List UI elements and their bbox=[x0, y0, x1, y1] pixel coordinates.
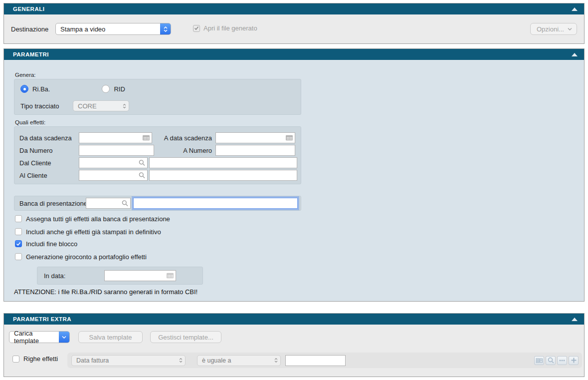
warning-text: ATTENZIONE: i file Ri.Ba./RID saranno ge… bbox=[14, 288, 197, 296]
gestisci-template-label: Gestisci template... bbox=[158, 334, 213, 341]
gestisci-template-button[interactable]: Gestisci template... bbox=[150, 331, 221, 343]
radio-rid-row[interactable]: RID bbox=[102, 85, 125, 93]
panel-title: GENERALI bbox=[13, 6, 44, 12]
stepper-icon bbox=[123, 101, 126, 111]
al-cliente-label: Al Cliente bbox=[19, 172, 79, 179]
generazione-giroconto-checkbox[interactable] bbox=[15, 253, 22, 260]
filter-field-select: Data fattura bbox=[71, 355, 186, 366]
calendar-icon[interactable] bbox=[143, 135, 150, 141]
chevron-down-icon bbox=[59, 332, 69, 343]
tipo-tracciato-select: CORE bbox=[73, 100, 129, 111]
rid-label: RID bbox=[114, 85, 125, 93]
stepper-icon bbox=[179, 356, 183, 366]
quali-effetti-group: Da data scadenza A data scadenza Da Nume… bbox=[14, 126, 301, 184]
tipo-tracciato-label: Tipo tracciato bbox=[20, 102, 73, 110]
dal-cliente-code-field[interactable] bbox=[79, 157, 148, 168]
righe-effetti-checkbox[interactable] bbox=[12, 356, 19, 363]
al-cliente-name-input[interactable] bbox=[149, 170, 297, 181]
dal-cliente-label: Dal Cliente bbox=[19, 159, 79, 167]
ellipsis-icon[interactable] bbox=[557, 356, 567, 365]
panel-parametri-header[interactable]: PARAMETRI bbox=[4, 49, 584, 60]
assegna-effetti-checkbox[interactable] bbox=[15, 215, 22, 222]
da-numero-label: Da Numero bbox=[19, 147, 79, 154]
add-icon[interactable] bbox=[569, 356, 579, 365]
da-numero-input[interactable] bbox=[79, 145, 154, 156]
banca-label: Banca di presentazione bbox=[19, 200, 86, 207]
carica-template-label: Carica template bbox=[14, 330, 56, 345]
righe-effetti-label: Righe effetti bbox=[23, 355, 58, 363]
filter-operator-select: è uguale a bbox=[197, 355, 281, 366]
opzioni-label: Opzioni... bbox=[537, 25, 564, 33]
da-data-scadenza-label: Da data scadenza bbox=[19, 134, 79, 142]
salva-template-button[interactable]: Salva template bbox=[78, 331, 143, 343]
banca-group: Banca di presentazione bbox=[14, 196, 301, 211]
rid-radio[interactable] bbox=[102, 85, 110, 93]
tipo-tracciato-value: CORE bbox=[78, 102, 97, 110]
in-data-field[interactable] bbox=[104, 270, 176, 281]
righe-effetti-checkbox-row[interactable]: Righe effetti bbox=[12, 355, 58, 363]
destinazione-value: Stampa a video bbox=[60, 25, 105, 33]
salva-template-label: Salva template bbox=[89, 334, 132, 341]
dal-cliente-name-input[interactable] bbox=[149, 157, 297, 168]
riba-radio[interactable] bbox=[20, 85, 28, 93]
stepper-icon bbox=[274, 356, 278, 366]
radio-riba-row[interactable]: Ri.Ba. bbox=[20, 85, 50, 93]
carica-template-select[interactable]: Carica template bbox=[9, 331, 70, 343]
panel-parametri-extra: PARAMETRI EXTRA Carica template Salva te… bbox=[3, 313, 585, 377]
apri-file-checkbox-row: Apri il file generato bbox=[193, 24, 257, 32]
collapse-icon[interactable] bbox=[572, 53, 578, 56]
includi-stampati-checkbox[interactable] bbox=[15, 228, 22, 235]
banca-name-input[interactable] bbox=[133, 198, 298, 209]
filter-field-value: Data fattura bbox=[76, 357, 109, 364]
search-icon[interactable] bbox=[139, 172, 145, 179]
banca-code-field[interactable] bbox=[86, 198, 131, 209]
includi-stampati-label: Includi anche gli effetti già stampati i… bbox=[26, 228, 161, 236]
panel-title: PARAMETRI EXTRA bbox=[13, 316, 71, 322]
a-data-scadenza-field[interactable] bbox=[215, 132, 295, 143]
panel-title: PARAMETRI bbox=[13, 51, 49, 57]
opzioni-button[interactable]: Opzioni... bbox=[530, 23, 577, 35]
panel-generali-header[interactable]: GENERALI bbox=[4, 3, 584, 14]
apri-file-checkbox bbox=[193, 25, 200, 32]
includi-fine-blocco-label: Includi fine blocco bbox=[26, 240, 77, 248]
filter-value-input[interactable] bbox=[285, 355, 346, 366]
search-icon[interactable] bbox=[139, 160, 145, 166]
in-data-group: In data: bbox=[37, 267, 203, 285]
riba-label: Ri.Ba. bbox=[32, 85, 50, 93]
columns-icon[interactable] bbox=[534, 356, 544, 365]
assegna-effetti-checkbox-row[interactable]: Assegna tutti gli effetti alla banca di … bbox=[15, 215, 170, 223]
includi-fine-blocco-checkbox[interactable] bbox=[15, 240, 22, 247]
apri-file-label: Apri il file generato bbox=[203, 24, 257, 32]
a-numero-label: A Numero bbox=[154, 147, 215, 154]
collapse-icon[interactable] bbox=[572, 318, 578, 321]
includi-stampati-checkbox-row[interactable]: Includi anche gli effetti già stampati i… bbox=[15, 228, 161, 236]
a-numero-input[interactable] bbox=[215, 145, 295, 156]
genera-label: Genera: bbox=[15, 72, 36, 78]
search-icon[interactable] bbox=[546, 356, 556, 365]
a-data-scadenza-label: A data scadenza bbox=[152, 134, 215, 142]
filter-operator-value: è uguale a bbox=[202, 357, 231, 364]
panel-generali: GENERALI Destinazione Stampa a video Apr… bbox=[3, 3, 585, 44]
assegna-effetti-label: Assegna tutti gli effetti alla banca di … bbox=[26, 215, 170, 223]
da-data-scadenza-field[interactable] bbox=[79, 132, 152, 143]
search-icon[interactable] bbox=[122, 200, 128, 207]
chevron-down-icon bbox=[568, 27, 572, 30]
in-data-label: In data: bbox=[44, 272, 104, 280]
al-cliente-code-field[interactable] bbox=[79, 170, 148, 181]
generazione-giroconto-label: Generazione giroconto a portafoglio effe… bbox=[26, 253, 147, 261]
collapse-icon[interactable] bbox=[572, 7, 578, 11]
calendar-icon[interactable] bbox=[167, 273, 174, 279]
destinazione-select[interactable]: Stampa a video bbox=[55, 23, 171, 35]
filter-row: Data fattura è uguale a bbox=[67, 353, 582, 368]
panel-parametri-extra-header[interactable]: PARAMETRI EXTRA bbox=[4, 314, 584, 325]
panel-parametri: PARAMETRI Genera: Ri.Ba. RID Tipo tracci… bbox=[3, 48, 585, 302]
genera-group: Ri.Ba. RID Tipo tracciato CORE bbox=[14, 79, 301, 115]
generazione-giroconto-checkbox-row[interactable]: Generazione giroconto a portafoglio effe… bbox=[15, 253, 147, 261]
includi-fine-blocco-checkbox-row[interactable]: Includi fine blocco bbox=[15, 240, 77, 248]
stepper-icon bbox=[160, 23, 171, 34]
destinazione-label: Destinazione bbox=[11, 25, 48, 33]
quali-effetti-label: Quali effetti: bbox=[15, 119, 45, 125]
calendar-icon[interactable] bbox=[286, 135, 293, 141]
